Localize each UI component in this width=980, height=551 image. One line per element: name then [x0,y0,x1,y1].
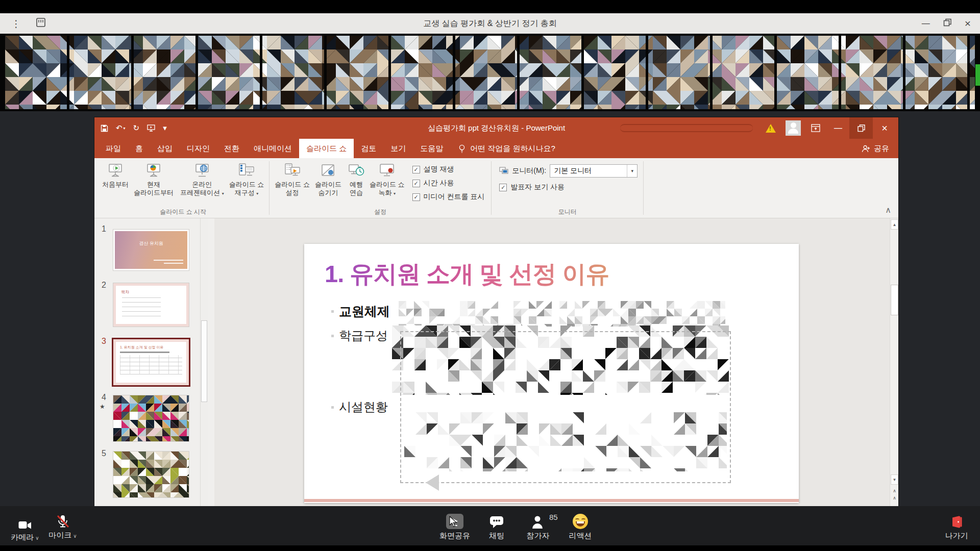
group-start-slideshow: 처음부터 현재슬라이드부터 온라인프레젠테이션 ▾ [97,158,268,218]
checkbox-checked-icon: ✓ [412,166,420,173]
dropdown-arrow-icon: ▾ [256,191,258,196]
camera-button[interactable]: 카메라∨ [9,513,41,542]
tab-view[interactable]: 보기 [383,139,413,158]
ppt-body: 1 경산 유치원 2 목차 3 [94,218,898,506]
slide-thumbnail-4[interactable] [113,395,189,441]
dropdown-arrow-icon: ▾ [222,191,224,196]
person-plus-icon [862,145,870,153]
tab-transitions[interactable]: 전환 [217,139,247,158]
slide-thumbnail-1[interactable]: 경산 유치원 [113,230,189,270]
participant-count-badge: 85 [549,513,558,521]
mic-muted-icon [56,511,70,529]
close-button[interactable]: × [965,17,971,30]
main-scrollbar[interactable]: ▲ ▼ ∧ ∧ [890,218,898,506]
current-slide-icon [145,162,162,179]
minimize-button[interactable]: — [922,19,930,28]
rehearse-timings-icon [348,162,364,179]
account-avatar[interactable] [782,117,804,139]
present-online-button[interactable]: 온라인프레젠테이션 ▾ [178,160,227,198]
tab-design[interactable]: 디자인 [180,139,217,158]
group-label: 슬라이드 쇼 시작 [97,208,268,216]
undo-icon[interactable]: ↶▾ [116,123,126,133]
leave-button[interactable]: 나가기 [941,512,972,541]
tab-file[interactable]: 파일 [99,139,128,158]
dropdown-arrow-icon[interactable]: ▾ [627,165,637,177]
reaction-button[interactable]: 리액션 [564,512,597,541]
share-button[interactable]: 공유 [862,139,898,158]
record-slideshow-icon [379,162,395,179]
checkbox-use-timings[interactable]: ✓ 시간 사용 [412,179,485,188]
slide-title: 1. 유치원 소개 및 선정 이유 [325,258,609,290]
slide-number: 2 [102,281,106,290]
chevron-down-icon: ∨ [73,533,77,539]
theme-decoration [620,124,753,132]
chat-button[interactable]: 채팅 [482,512,511,541]
ribbon-display-options-icon[interactable] [804,117,827,139]
set-up-slideshow-icon [284,162,301,179]
tab-animations[interactable]: 애니메이션 [247,139,299,158]
group-separator [643,161,644,215]
checkbox-use-presenter-view[interactable]: ✓ 발표자 보기 사용 [499,183,638,192]
group-label: 설정 [270,208,491,216]
dropdown-arrow-icon: ▾ [124,126,126,131]
customize-qat-icon[interactable]: ▾ [163,123,167,133]
participants-button[interactable]: 85 참가자 [520,512,556,541]
thumbnail-scrollbar[interactable] [200,218,208,506]
powerpoint-window: ↶▾ ↻ ▾ 실습평가회 ppt 경산유치원 - PowerPoint ! — [94,117,898,506]
slide-editing-area: 1. 유치원 소개 및 선정 이유 교원체제 학급구성 시설현황 [214,218,890,506]
slide-bullet-3: 시설현황 [339,399,388,415]
slide-thumbnail-5[interactable] [113,452,189,497]
slide-thumbnail-2[interactable]: 목차 [113,283,189,327]
toolbar-bottom-strip [0,545,980,551]
restore-button[interactable] [943,18,951,29]
redo-icon[interactable]: ↻ [133,123,140,133]
save-icon[interactable] [101,124,108,132]
video-strip [0,34,980,111]
tab-insert[interactable]: 삽입 [150,139,180,158]
ppt-close-button[interactable]: × [873,117,896,139]
camera-icon [18,513,32,531]
ppt-titlebar: ↶▾ ↻ ▾ 실습평가회 ppt 경산유치원 - PowerPoint ! — [94,117,898,139]
slide-number-selected: 3 [102,337,106,346]
hide-slide-button[interactable]: 슬라이드숨기기 [312,160,344,197]
slide-footer-accent [304,499,799,502]
custom-slideshow-button[interactable]: 슬라이드 쇼재구성 ▾ [227,160,267,198]
scroll-down-button[interactable]: ▼ [891,474,898,485]
scroll-up-button[interactable]: ▲ [891,219,898,230]
scrollbar-thumb[interactable] [891,285,898,315]
record-slideshow-button[interactable]: 슬라이드 쇼녹화 ▾ [367,160,407,198]
start-slideshow-icon[interactable] [147,124,155,132]
tab-help[interactable]: 도움말 [413,139,450,158]
tab-home[interactable]: 홈 [128,139,150,158]
next-slide-button[interactable]: ∧ [891,496,898,500]
from-current-slide-button[interactable]: 현재슬라이드부터 [131,160,176,197]
slide-bullet-2: 학급구성 [339,328,388,344]
tab-slideshow[interactable]: 슬라이드 쇼 [299,139,354,158]
apps-grid-icon[interactable] [35,17,46,30]
kebab-menu-icon[interactable]: ⋮ [11,18,21,30]
scrollbar-thumb[interactable] [201,320,207,402]
warning-icon[interactable]: ! [760,117,782,139]
tab-review[interactable]: 검토 [354,139,383,158]
ribbon: 처음부터 현재슬라이드부터 온라인프레젠테이션 ▾ [94,158,898,218]
hide-slide-icon [321,162,336,179]
video-edge-sliver [975,64,980,86]
monitor-select[interactable]: 기본 모니터 ▾ [550,164,638,178]
ppt-minimize-button[interactable]: — [827,117,849,139]
set-up-slideshow-button[interactable]: 슬라이드 쇼설정 [272,160,312,197]
checkbox-play-narrations[interactable]: ✓ 설명 재생 [412,165,485,174]
collapse-ribbon-icon[interactable]: ∧ [885,205,891,215]
slide-thumbnail-3-selected[interactable]: 1. 유치원 소개 및 선정 이유 [113,339,189,385]
checkbox-checked-icon: ✓ [499,184,507,191]
group-label: 모니터 [492,208,643,216]
mic-button-muted[interactable]: 마이크∨ [47,511,79,540]
chevron-down-icon: ∨ [35,535,39,541]
current-slide-canvas[interactable]: 1. 유치원 소개 및 선정 이유 교원체제 학급구성 시설현황 [304,244,799,503]
checkbox-show-media-controls[interactable]: ✓ 미디어 컨트롤 표시 [412,192,485,202]
previous-slide-button[interactable]: ∧ [891,489,898,493]
rehearse-timings-button[interactable]: 예행연습 [346,160,367,197]
tell-me-box[interactable]: 어떤 작업을 원하시나요? [458,139,555,158]
from-beginning-button[interactable]: 처음부터 [100,160,131,189]
ppt-restore-button[interactable] [849,117,873,139]
checkbox-checked-icon: ✓ [412,180,420,187]
